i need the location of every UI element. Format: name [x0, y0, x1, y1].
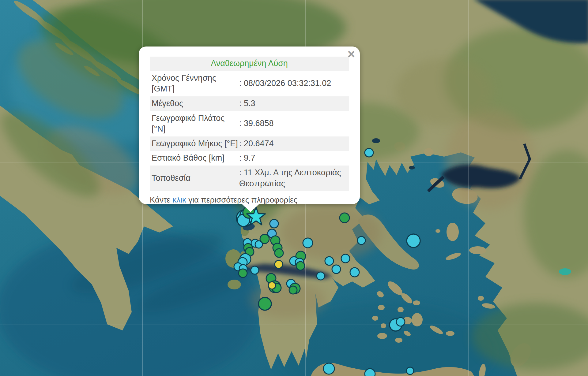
detail-row: Εστιακό Βάθος [km]: 9.7 — [150, 151, 349, 166]
earthquake-marker[interactable] — [289, 286, 297, 294]
earthquake-marker[interactable] — [357, 236, 365, 244]
detail-row: Γεωγραφικό Μήκος [°E]: 20.6474 — [150, 136, 349, 151]
earthquake-marker[interactable] — [296, 262, 305, 270]
detail-label: Εστιακό Βάθος [km] — [150, 153, 238, 164]
earthquake-marker[interactable] — [406, 367, 414, 374]
earthquake-marker[interactable] — [317, 272, 325, 280]
earthquake-marker[interactable] — [350, 268, 359, 277]
lake — [409, 166, 415, 169]
detail-label: Γεωγραφικό Μήκος [°E] — [150, 138, 238, 149]
earthquake-details-table: Αναθεωρημένη Λύση Χρόνος Γέννησης [GMT]:… — [150, 57, 349, 191]
earthquake-marker[interactable] — [365, 369, 375, 376]
earthquake-marker[interactable] — [270, 219, 278, 228]
detail-row: Τοποθεσία: 11 Χλμ. Α της Λεπτοκαριάς Θεσ… — [150, 166, 349, 191]
detail-value: : 5.3 — [238, 98, 349, 109]
detail-label: Μέγεθος — [150, 98, 238, 109]
footer-text-prefix: Κάντε — [150, 195, 172, 204]
detail-row: Χρόνος Γέννησης [GMT]: 08/03/2026 03:32:… — [150, 71, 349, 96]
detail-value: : 08/03/2026 03:32:31.02 — [238, 78, 349, 89]
detail-row: Μέγεθος: 5.3 — [150, 96, 349, 111]
earthquake-marker[interactable] — [332, 265, 341, 274]
detail-label: Χρόνος Γέννησης [GMT] — [150, 73, 238, 95]
earthquake-marker[interactable] — [251, 266, 259, 274]
earthquake-marker[interactable] — [275, 260, 283, 268]
earthquake-marker[interactable] — [255, 241, 262, 248]
earthquake-marker[interactable] — [325, 257, 334, 265]
earthquake-marker[interactable] — [258, 297, 271, 310]
earthquake-marker[interactable] — [275, 249, 283, 257]
close-icon[interactable]: × — [347, 48, 355, 61]
footer-text-suffix: για περισσότερες πληροφορίες — [186, 195, 297, 204]
popup-title: Αναθεωρημένη Λύση — [150, 57, 349, 71]
earthquake-marker[interactable] — [239, 269, 247, 277]
earthquake-info-popup: × Αναθεωρημένη Λύση Χρόνος Γέννησης [GMT… — [139, 47, 360, 204]
earthquake-marker[interactable] — [340, 213, 349, 223]
earthquake-marker[interactable] — [365, 148, 373, 157]
detail-label: Τοποθεσία — [150, 173, 238, 184]
popup-footer: Κάντε κλικ για περισσότερες πληροφορίες — [150, 195, 349, 205]
detail-value: : 20.6474 — [238, 138, 349, 149]
detail-row: Γεωγραφικό Πλάτος [°N]: 39.6858 — [150, 111, 349, 136]
earthquake-marker[interactable] — [341, 254, 350, 263]
popup-tail — [242, 204, 259, 212]
more-info-link[interactable]: κλικ — [172, 195, 186, 204]
earthquake-marker[interactable] — [268, 282, 276, 289]
detail-value: : 11 Χλμ. Α της Λεπτοκαριάς Θεσπρωτίας — [238, 167, 349, 189]
detail-value: : 39.6858 — [238, 118, 349, 129]
turquoise-lake — [559, 268, 571, 275]
lake — [372, 138, 380, 143]
detail-value: : 9.7 — [238, 153, 349, 164]
earthquake-marker[interactable] — [303, 238, 313, 248]
earthquake-marker[interactable] — [323, 363, 334, 374]
detail-label: Γεωγραφικό Πλάτος [°N] — [150, 113, 238, 135]
earthquake-marker[interactable] — [396, 318, 405, 326]
earthquake-marker[interactable] — [407, 234, 420, 248]
